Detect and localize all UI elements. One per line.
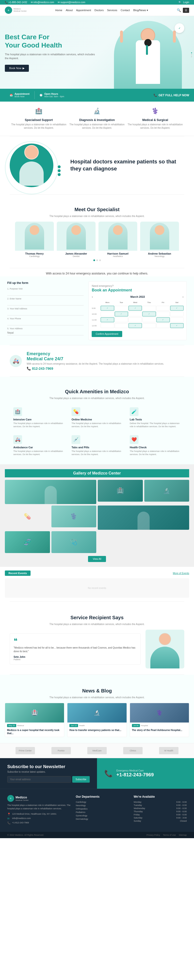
quickbar-appointment[interactable]: 📅 Appointment Book Now (5, 91, 35, 99)
emergency-phone[interactable]: 📞 812-243-7969 (27, 367, 164, 371)
cal-cell[interactable]: ✓ (156, 317, 170, 322)
nav-doctors[interactable]: Doctors (95, 9, 104, 12)
gallery-item-7[interactable]: 🩺 (51, 531, 97, 553)
gallery-view-all-button[interactable]: View All (88, 556, 106, 562)
amenities-heading: Quick Amenities in Medizco (29, 389, 165, 395)
calendar-row-3: 12:00 ✓ ✓ (92, 323, 184, 328)
confirm-appointment-button[interactable]: Confirm Appointment (92, 331, 122, 337)
footer-dept-0[interactable]: Cardiology (76, 801, 129, 803)
specialist-0[interactable]: Thomas Henry Cardiology (15, 221, 54, 258)
form-input-1[interactable] (7, 301, 84, 305)
newsletter-email-input[interactable] (7, 776, 71, 783)
cal-cell[interactable]: ✓ (142, 312, 156, 317)
news-card-0[interactable]: 🏥 May 25 Medical Medizco is a super hosp… (5, 703, 64, 737)
gallery-item-2[interactable]: 🔬 (144, 480, 189, 502)
gallery-item-0[interactable] (5, 480, 96, 504)
nav-blog[interactable]: Blog/News ▾ (134, 9, 148, 12)
menu-button[interactable]: ☰ (183, 8, 189, 13)
cal-cell[interactable] (101, 323, 114, 328)
footer-dept-2[interactable]: Orthopedics (76, 808, 129, 810)
nav-contact[interactable]: Contact (121, 9, 130, 12)
nav-about[interactable]: About (66, 9, 73, 12)
top-bar-email1: ✉ info@medizco.com (31, 1, 54, 4)
top-bar-links: 📞 +1-800-342-1432 ✉ info@medizco.com ✉ s… (5, 1, 85, 4)
news-category-2: Hospital (141, 724, 148, 727)
cal-cell[interactable] (142, 323, 156, 328)
cal-cell[interactable] (115, 323, 128, 328)
calendar-next[interactable]: › (182, 295, 184, 299)
search-button[interactable]: 🔍 (177, 8, 181, 12)
footer-dept-3[interactable]: Pediatrics (76, 811, 129, 813)
cal-cell[interactable] (129, 312, 142, 317)
cal-cell[interactable] (170, 312, 184, 317)
nav-home[interactable]: Home (55, 9, 62, 12)
news-card-2[interactable]: ⚕️ Jul 08 Hospital The story of the Pear… (130, 703, 189, 737)
quickbar-emergency-phone[interactable]: 📞 GET FULL HELP NOW (154, 94, 189, 97)
cal-cell[interactable] (156, 312, 170, 317)
cal-cell[interactable]: ✓ (101, 306, 114, 310)
service-diagnosis: 🔬 Diagnosis & Investigation The hospital… (68, 108, 126, 130)
gallery-item-6[interactable]: 🧬 (5, 531, 50, 553)
gallery-item-1[interactable]: 🏥 (98, 480, 143, 502)
cal-cell[interactable]: ✓ (129, 323, 142, 328)
specialist-2[interactable]: Harrison Samuel Aesthetics (99, 221, 137, 258)
cal-cell[interactable]: ✓ (115, 312, 128, 317)
nav-appointment[interactable]: Appointment (76, 9, 91, 12)
footer-bottom: © 2022 Medizco. All Rights Reserved. Pri… (0, 832, 194, 838)
specialists-section: Meet Our Specialist The hospital plays a… (0, 195, 194, 268)
emergency-icon: 🚑 (10, 355, 22, 367)
cal-cell[interactable] (129, 317, 142, 322)
footer-dept-1[interactable]: Neurology (76, 804, 129, 807)
cal-cell[interactable] (156, 306, 170, 310)
login-link[interactable]: Login (183, 1, 189, 4)
gallery-item-3[interactable]: 💊 (5, 506, 50, 527)
health-check-icon: ❤️ (130, 435, 138, 444)
specialist-3[interactable]: Andrew Sebastian Neurology (140, 221, 179, 258)
footer-sitemap-link[interactable]: Sitemap (179, 834, 187, 836)
cal-cell[interactable] (142, 317, 156, 322)
events-more-link[interactable]: More of Events (173, 572, 189, 574)
specialist-1[interactable]: James Alexander Dentist (57, 221, 95, 258)
testimonials-content: ❝ "Medizco relieved has led for all to b… (10, 630, 184, 668)
cal-cell[interactable]: ✓ (170, 323, 184, 328)
hero-doctor-container: ✓ (109, 21, 187, 89)
footer-terms-link[interactable]: Terms of Use (163, 834, 176, 836)
form-group-2: 3. Your Mail Address (7, 307, 84, 315)
footer-dept-5[interactable]: Dermatology (76, 818, 129, 820)
testimonials-subtitle: The hospital plays a statesman role in r… (29, 622, 165, 626)
news-card-1[interactable]: 🔬 Jun 12 Health How to transfer emergenc… (67, 703, 127, 737)
cal-cell[interactable]: ✓ (129, 306, 142, 310)
partner-4: W Health (159, 747, 178, 754)
form-input-0[interactable] (7, 291, 84, 296)
service-medical: ⚕️ Medical & Surgical The hospital plays… (126, 108, 184, 130)
phone-icon-bar: 📞 (154, 94, 157, 97)
cal-cell[interactable] (115, 317, 128, 322)
cal-cell[interactable] (170, 317, 184, 322)
nav-services[interactable]: Services (107, 9, 117, 12)
amenity-title-0: Intensive Care (13, 418, 64, 421)
appointment-calendar: Need emergency? Book an Appointment ‹ Ma… (89, 281, 187, 340)
hero-cta-button[interactable]: Book Now ▶ (5, 65, 29, 72)
footer-privacy-link[interactable]: Privacy Policy (146, 834, 160, 836)
form-input-3[interactable] (7, 321, 84, 325)
newsletter-subscribe-button[interactable]: Subscribe (72, 776, 90, 783)
service-specialised: 🏥 Specialised Support The hospital plays… (10, 108, 68, 130)
cal-cell[interactable] (156, 323, 170, 328)
form-label-2: 3. Your Mail Address (7, 307, 84, 310)
cal-cell[interactable]: ✓ (101, 317, 114, 322)
form-label-3: 4. Your Phone (7, 317, 84, 320)
footer-address: 📍 123 Medical Drive, Healthcare City, NY… (7, 813, 71, 816)
form-input-4[interactable] (7, 331, 84, 335)
appointment-section: Fill up the form 1. Purpose Visit 2. Ent… (0, 277, 194, 345)
cal-cell[interactable]: ✓ (170, 306, 184, 310)
footer-dept-4[interactable]: Gynecology (76, 815, 129, 817)
form-input-2[interactable] (7, 310, 84, 315)
cal-cell[interactable] (142, 306, 156, 310)
gallery-item-5[interactable] (98, 506, 189, 530)
cal-cell[interactable] (115, 306, 128, 310)
cal-cell[interactable] (101, 312, 114, 317)
search-icon-top[interactable]: 🔍 (178, 1, 181, 4)
gallery-item-4[interactable]: ⚕️ (51, 506, 97, 527)
ambulance-icon: 🚑 (13, 435, 22, 444)
calendar-prev[interactable]: ‹ (92, 295, 93, 299)
